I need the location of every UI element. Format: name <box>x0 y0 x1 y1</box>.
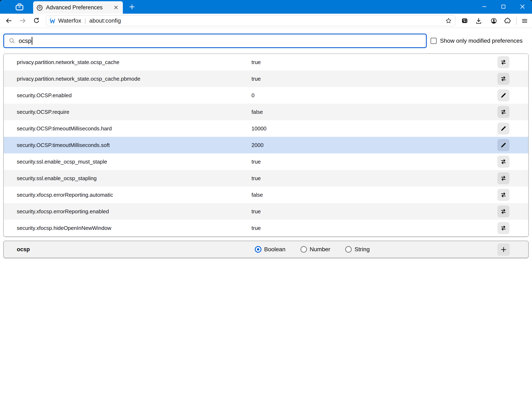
radio-label: String <box>355 246 370 253</box>
add-preference-button[interactable] <box>497 243 510 256</box>
pref-value: 2000 <box>252 142 264 148</box>
pref-row[interactable]: security.OCSP.timeoutMilliseconds.hard10… <box>4 120 528 137</box>
url-address: about:config <box>89 17 121 24</box>
bookmark-button[interactable] <box>444 16 453 25</box>
toggle-button[interactable] <box>497 106 509 118</box>
pencil-icon <box>500 142 507 148</box>
tab-title: Advanced Preferences <box>46 4 112 11</box>
pencil-icon <box>500 92 507 98</box>
pref-name: privacy.partition.network_state.ocsp_cac… <box>17 76 140 82</box>
new-tab-button[interactable] <box>127 2 137 12</box>
toggle-button[interactable] <box>497 189 509 201</box>
pref-row[interactable]: security.xfocsp.hideOpenInNewWindowtrue <box>4 220 528 236</box>
pref-row[interactable]: privacy.partition.network_state.ocsp_cac… <box>4 71 528 87</box>
radio-icon <box>345 246 352 253</box>
pref-row[interactable]: security.xfocsp.errorReporting.enabledtr… <box>4 203 528 220</box>
toggle-button[interactable] <box>497 56 509 68</box>
maximize-button[interactable] <box>494 0 513 13</box>
pref-value: false <box>252 109 263 115</box>
pref-name: security.xfocsp.errorReporting.automatic <box>17 192 113 198</box>
extensions-button[interactable] <box>502 15 513 26</box>
pref-row[interactable]: security.OCSP.requirefalse <box>4 104 528 120</box>
url-brand: Waterfox <box>58 17 81 24</box>
account-icon <box>490 17 497 24</box>
toggle-button[interactable] <box>497 73 509 85</box>
type-radio-string[interactable]: String <box>345 246 370 253</box>
firefox-view-button[interactable] <box>13 2 26 12</box>
pref-row[interactable]: privacy.partition.network_state.ocsp_cac… <box>4 54 528 71</box>
plus-icon <box>500 246 507 253</box>
edit-button[interactable] <box>497 122 509 135</box>
radio-label: Boolean <box>264 246 285 253</box>
show-modified-checkbox[interactable] <box>431 38 437 44</box>
tab-advanced-preferences[interactable]: Advanced Preferences <box>33 1 123 14</box>
tab-close-button[interactable] <box>112 4 120 11</box>
type-radio-boolean[interactable]: Boolean <box>255 246 285 253</box>
window-controls <box>475 0 532 13</box>
new-pref-name: ocsp <box>17 246 30 253</box>
toggle-button[interactable] <box>497 156 509 168</box>
pref-row[interactable]: security.OCSP.enabled0 <box>4 87 528 104</box>
pref-name: security.ssl.enable_ocsp_stapling <box>17 175 96 182</box>
pref-row[interactable]: security.OCSP.timeoutMilliseconds.soft20… <box>4 137 528 153</box>
toggle-button[interactable] <box>497 172 509 184</box>
add-preference-row: ocsp BooleanNumberString <box>3 241 529 258</box>
radio-icon <box>300 246 307 253</box>
pref-name: security.OCSP.timeoutMilliseconds.soft <box>17 142 110 148</box>
modified-prefs-filter: Show only modified preferences <box>431 34 522 48</box>
pref-name: security.OCSP.enabled <box>17 92 72 99</box>
gear-icon <box>37 4 43 11</box>
plus-icon <box>128 3 135 10</box>
toolbar-separator <box>516 17 517 25</box>
storage-icon <box>461 17 468 24</box>
pref-value: true <box>252 208 261 215</box>
waterfox-logo-icon <box>49 17 56 24</box>
pref-row[interactable]: security.xfocsp.errorReporting.automatic… <box>4 186 528 203</box>
back-button[interactable] <box>3 15 14 26</box>
search-value: ocsp <box>19 38 31 44</box>
toggle-button[interactable] <box>497 222 509 234</box>
close-window-button[interactable] <box>513 0 532 13</box>
extensions-icon <box>504 17 511 24</box>
star-icon <box>445 17 452 24</box>
pencil-icon <box>500 125 507 132</box>
pref-value: true <box>252 76 261 82</box>
pref-value: false <box>252 192 263 198</box>
magnifier-icon <box>9 38 15 44</box>
pref-name: security.xfocsp.hideOpenInNewWindow <box>17 225 111 231</box>
toggle-icon <box>500 192 507 198</box>
preferences-search-input[interactable]: ocsp <box>3 34 427 48</box>
edit-button[interactable] <box>497 139 509 151</box>
radio-label: Number <box>310 246 330 253</box>
show-modified-label: Show only modified preferences <box>440 38 522 44</box>
menu-button[interactable] <box>519 15 530 26</box>
downloads-button[interactable] <box>473 15 484 26</box>
pref-value: true <box>252 59 261 65</box>
reload-button[interactable] <box>31 15 42 26</box>
edit-button[interactable] <box>497 89 509 101</box>
storage-button[interactable] <box>459 15 470 26</box>
account-button[interactable] <box>488 15 500 26</box>
preferences-table: privacy.partition.network_state.ocsp_cac… <box>3 53 529 237</box>
minimize-button[interactable] <box>475 0 494 13</box>
pref-value: 0 <box>252 92 254 99</box>
minimize-icon <box>481 4 488 10</box>
forward-button[interactable] <box>17 15 29 26</box>
pref-name: security.xfocsp.errorReporting.enabled <box>17 208 109 215</box>
pref-name: security.OCSP.timeoutMilliseconds.hard <box>17 125 112 132</box>
navigation-toolbar: Waterfox | about:config <box>0 14 532 28</box>
pref-row[interactable]: security.ssl.enable_ocsp_staplingtrue <box>4 170 528 186</box>
toggle-icon <box>500 59 507 65</box>
pref-row[interactable]: security.ssl.enable_ocsp_must_stapletrue <box>4 153 528 170</box>
url-separator: | <box>84 18 86 24</box>
reload-icon <box>33 17 40 24</box>
pref-value: true <box>252 175 261 182</box>
type-radio-number[interactable]: Number <box>300 246 330 253</box>
pref-name: security.OCSP.require <box>17 109 69 115</box>
pref-value: true <box>252 225 261 231</box>
close-icon <box>113 5 119 10</box>
text-cursor <box>32 37 32 45</box>
toggle-button[interactable] <box>497 205 509 218</box>
firefox-view-icon <box>15 3 24 11</box>
url-bar[interactable]: Waterfox | about:config <box>46 15 455 26</box>
